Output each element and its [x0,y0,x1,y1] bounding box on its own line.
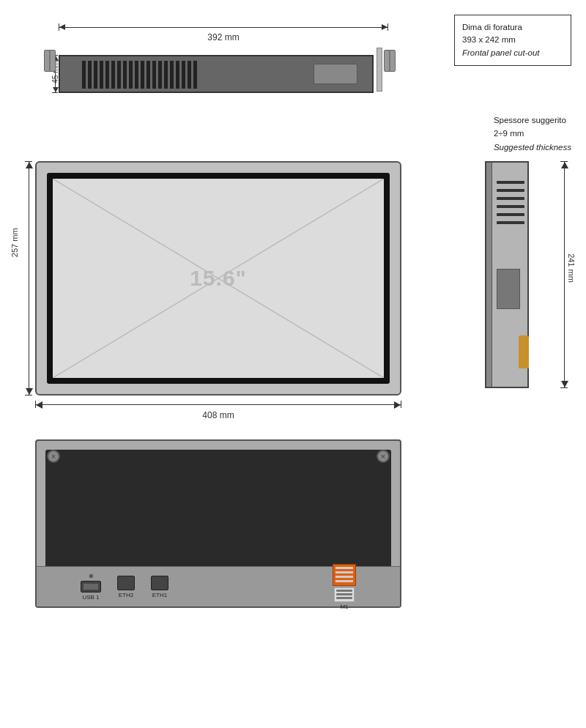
front-height-label: 257 mm [10,228,19,257]
eth1-label: ETH1 [152,592,167,598]
side-connector [497,269,520,309]
thickness-english: Suggested thickness [494,141,571,154]
thickness-block: Spessore suggerito 2÷9 mm Suggested thic… [494,114,571,154]
top-dim-label: 392 mm [59,32,388,42]
usb-symbol: ⊕ [89,573,94,579]
usb-label: USB 1 [82,594,99,601]
cutout-title: Dima di foratura [462,21,563,34]
screen-size-label: 15.6" [190,266,247,291]
eth2-group: ETH2 [117,576,135,598]
front-height-dim [21,161,37,395]
usb-port [81,581,101,593]
front-device: 15.6" [35,161,401,395]
rear-view: × × × × ⊕ USB 1 ETH2 ETH1 [15,439,401,608]
screen-bezel: 15.6" [47,173,390,384]
top-screw-left [44,50,56,72]
top-screw-right [384,50,396,72]
top-device-body: 45 mm [44,44,396,106]
side-device [485,161,529,388]
screen-surface: 15.6" [53,179,384,378]
port-strip: ⊕ USB 1 ETH2 ETH1 [37,566,400,606]
rear-device: × × × × ⊕ USB 1 ETH2 ETH1 [35,439,401,608]
info-box: Dima di foratura 393 x 242 mm Frontal pa… [454,15,571,66]
front-view: 257 mm 15.6" 408 m [15,161,401,420]
side-height-label: 241 mm [567,253,576,283]
side-front-strip [486,163,492,387]
side-cable [519,335,529,368]
front-width-label: 408 mm [35,410,401,420]
side-view: 241 mm [485,161,573,388]
power-connector [333,564,356,586]
cutout-dims: 393 x 242 mm [462,34,563,46]
side-vents [497,181,524,224]
thickness-italian: Spessore suggerito [494,114,571,127]
terminal-block [334,587,355,602]
rear-inner-panel [45,450,391,570]
top-connector [314,64,357,84]
cutout-label: Frontal panel cut-out [462,47,563,59]
top-panel [59,55,374,93]
front-width-dim: 408 mm [35,398,401,420]
thickness-value: 2÷9 mm [494,127,571,140]
m1-group: M1 [333,564,356,610]
screw-top-left: × [47,450,60,463]
top-vents [82,61,197,89]
eth1-group: ETH1 [151,576,168,598]
eth2-label: ETH2 [119,592,133,598]
m1-label: M1 [340,603,348,610]
screw-top-right: × [377,450,390,463]
usb-group: ⊕ USB 1 [81,573,101,601]
eth1-port [151,576,168,590]
top-bracket [377,48,382,92]
top-view: 392 mm [44,21,396,106]
eth2-port [117,576,135,590]
